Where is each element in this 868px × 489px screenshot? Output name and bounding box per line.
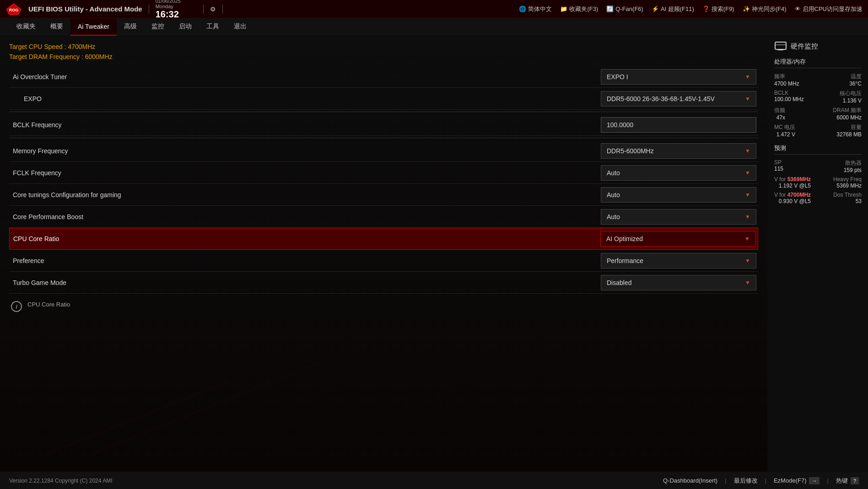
search-icon: ❓ bbox=[702, 5, 710, 12]
dropdown-memory-freq-arrow-icon: ▼ bbox=[745, 148, 750, 154]
temp-value: 36°C bbox=[849, 81, 862, 87]
capacity-value: 32768 MB bbox=[836, 131, 862, 138]
nav-exit[interactable]: 退出 bbox=[226, 18, 254, 36]
main-layout: Target CPU Speed : 4700MHz Target DRAM F… bbox=[0, 36, 868, 472]
nav-advanced[interactable]: 高级 bbox=[117, 18, 144, 36]
bclk-label: BCLK bbox=[774, 90, 804, 96]
bottom-buttons: Q-Dashboard(Insert) | 最后修改 | EzMode(F7) … bbox=[663, 477, 859, 485]
svg-point-6 bbox=[261, 381, 334, 454]
metric-row-1: 频率 4700 MHz 温度 36°C bbox=[774, 73, 862, 87]
bottom-bar: Version 2.22.1284 Copyright (C) 2024 AMI… bbox=[0, 472, 868, 489]
separator-bottom-2: | bbox=[765, 477, 766, 484]
nav-tools-label: 工具 bbox=[206, 22, 219, 31]
nav-favorites-label: 收藏夹 bbox=[16, 22, 36, 31]
gear-settings[interactable]: ⚙ bbox=[210, 5, 216, 13]
setting-label-memory-freq: Memory Frequency bbox=[11, 147, 601, 155]
toolbar-cpu-access[interactable]: 👁 启用CPU访问显存加速 bbox=[795, 5, 863, 13]
svg-point-7 bbox=[243, 363, 352, 454]
setting-label-expo: EXPO bbox=[11, 95, 601, 102]
setting-row-cpb: Core Performance Boost Auto ▼ bbox=[9, 206, 758, 228]
dropdown-ai-oc-tuner[interactable]: EXPO I ▼ bbox=[601, 69, 756, 85]
ez-mode-label: EzMode(F7) bbox=[774, 477, 807, 484]
nav-ai-tweaker-label: Ai Tweaker bbox=[78, 23, 109, 30]
setting-label-core-tunings: Core tunings Configuration for gaming bbox=[11, 191, 601, 199]
sidebar-prediction-section: 预测 bbox=[774, 144, 862, 155]
dropdown-preference-arrow-icon: ▼ bbox=[745, 258, 750, 264]
input-bclk[interactable] bbox=[601, 117, 756, 133]
toolbar-favorites[interactable]: 📁 收藏夹(F3) bbox=[560, 5, 598, 13]
capacity-label: 容量 bbox=[836, 124, 862, 131]
mc-voltage-value: 1.472 V bbox=[774, 131, 795, 138]
sidebar-header: 硬件监控 bbox=[774, 41, 862, 51]
dropdown-core-tunings-value: Auto bbox=[607, 191, 620, 199]
dropdown-memory-freq-value: DDR5-6000MHz bbox=[607, 147, 654, 155]
prediction-row-2: V for 5369MHz 1.192 V @L5 Heavy Freq 536… bbox=[774, 176, 862, 189]
heatsink-label: 散热器 bbox=[844, 159, 862, 167]
setting-row-preference: Preference Performance ▼ bbox=[9, 250, 758, 272]
mc-voltage-label: MC 电压 bbox=[774, 124, 795, 131]
setting-label-bclk: BCLK Frequency bbox=[11, 121, 601, 129]
setting-label-cpu-core-ratio: CPU Core Ratio bbox=[11, 235, 600, 242]
svg-line-2 bbox=[92, 363, 320, 454]
dropdown-expo[interactable]: DDR5-6000 26-36-36-68-1.45V-1.45V ▼ bbox=[601, 91, 756, 107]
heavy-freq-label: Heavy Freq bbox=[833, 176, 862, 183]
dropdown-preference[interactable]: Performance ▼ bbox=[601, 253, 756, 269]
fan-icon: 🔄 bbox=[606, 5, 614, 12]
sp-label: SP bbox=[774, 159, 783, 166]
ez-mode-button[interactable]: EzMode(F7) → bbox=[774, 477, 820, 484]
nav-ai-tweaker[interactable]: Ai Tweaker bbox=[70, 18, 117, 36]
dropdown-cpb-value: Auto bbox=[607, 213, 620, 220]
datetime: 01/06/2025 Monday 16:32 bbox=[156, 0, 197, 20]
toolbar-language[interactable]: 🌐 简体中文 bbox=[519, 5, 552, 13]
toolbar-aura-label: 神光同步(F4) bbox=[752, 5, 787, 13]
svg-rect-8 bbox=[775, 42, 786, 49]
toolbar-search[interactable]: ❓ 搜索(F9) bbox=[702, 5, 734, 13]
divider2 bbox=[203, 5, 204, 14]
setting-value-memory-freq: DDR5-6000MHz ▼ bbox=[601, 143, 756, 159]
setting-label-preference: Preference bbox=[11, 257, 601, 264]
toolbar-aura[interactable]: ✨ 神光同步(F4) bbox=[743, 5, 787, 13]
toolbar-ai-oc[interactable]: ⚡ AI 超频(F11) bbox=[652, 5, 694, 13]
info-text: CPU Core Ratio bbox=[27, 301, 70, 308]
dropdown-cpb[interactable]: Auto ▼ bbox=[601, 209, 756, 225]
nav-tools[interactable]: 工具 bbox=[199, 18, 226, 36]
dropdown-core-tunings[interactable]: Auto ▼ bbox=[601, 187, 756, 203]
freq-label: 频率 bbox=[774, 73, 799, 81]
separator-1 bbox=[9, 112, 758, 112]
setting-value-bclk bbox=[601, 117, 756, 133]
setting-label-turbo-game: Turbo Game Mode bbox=[11, 279, 601, 286]
top-bar: ROG UEFI BIOS Utility - Advanced Mode 01… bbox=[0, 0, 868, 18]
right-sidebar: 硬件监控 处理器/内存 频率 4700 MHz 温度 36°C BCLK 10 bbox=[767, 36, 868, 472]
heavy-freq-value: 5369 MHz bbox=[833, 183, 862, 189]
dropdown-arrow-icon: ▼ bbox=[745, 74, 750, 80]
dropdown-cpu-core-ratio[interactable]: AI Optimized ▼ bbox=[600, 231, 756, 247]
dropdown-turbo-game-value: Disabled bbox=[607, 279, 631, 286]
info-row: i CPU Core Ratio bbox=[9, 294, 758, 319]
nav-overview[interactable]: 概要 bbox=[43, 18, 70, 36]
setting-value-cpb: Auto ▼ bbox=[601, 209, 756, 225]
separator-2 bbox=[9, 138, 758, 138]
q-dashboard-label: Q-Dashboard(Insert) bbox=[663, 477, 717, 484]
sp-value: 115 bbox=[774, 166, 783, 172]
q-dashboard-button[interactable]: Q-Dashboard(Insert) bbox=[663, 477, 717, 484]
hotkey-button[interactable]: 热键 ? bbox=[836, 477, 859, 485]
gear-icon: ⚙ bbox=[210, 5, 216, 13]
nav-monitor[interactable]: 监控 bbox=[144, 18, 172, 36]
v-4700-label: V for 4700MHz bbox=[774, 192, 811, 198]
svg-line-4 bbox=[275, 372, 503, 454]
nav-boot[interactable]: 启动 bbox=[172, 18, 199, 36]
v-5369-freq: 5369MHz bbox=[787, 176, 811, 183]
toolbar-qfan[interactable]: 🔄 Q-Fan(F6) bbox=[606, 5, 643, 12]
dropdown-fclk[interactable]: Auto ▼ bbox=[601, 165, 756, 181]
setting-row-fclk: FCLK Frequency Auto ▼ bbox=[9, 162, 758, 184]
separator-bottom-3: | bbox=[827, 477, 828, 484]
v-4700-freq: 4700MHz bbox=[787, 192, 811, 198]
nav-favorites[interactable]: 收藏夹 bbox=[9, 18, 43, 36]
last-modified-button[interactable]: 最后修改 bbox=[734, 477, 758, 485]
nav-bar: 收藏夹 概要 Ai Tweaker 高级 监控 启动 工具 退出 bbox=[0, 18, 868, 36]
toolbar-ai-oc-label: AI 超频(F11) bbox=[661, 5, 694, 13]
dropdown-turbo-game[interactable]: Disabled ▼ bbox=[601, 275, 756, 290]
multiplier-value: 47x bbox=[774, 114, 785, 121]
prediction-row-1: SP 115 散热器 159 pts bbox=[774, 159, 862, 173]
dropdown-memory-freq[interactable]: DDR5-6000MHz ▼ bbox=[601, 143, 756, 159]
